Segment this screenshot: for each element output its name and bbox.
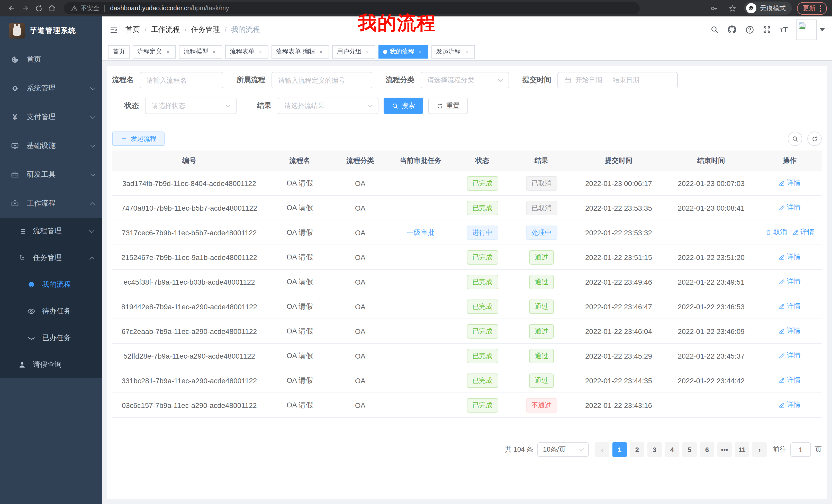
pagination-ellipsis[interactable]: ••• (717, 442, 732, 457)
process-definition-input[interactable] (271, 72, 372, 88)
sidebar-item-label: 已办任务 (42, 333, 102, 343)
sidebar-item-todo-tasks[interactable]: 待办任务 (0, 298, 102, 325)
page-button-3[interactable]: 3 (647, 442, 662, 457)
end-time-cell: 2022-01-22 23:44:42 (665, 376, 757, 385)
sidebar-item-workflow[interactable]: 工作流程 (0, 189, 102, 218)
detail-action-link[interactable]: 详情 (779, 178, 801, 188)
status-label: 状态 (125, 101, 139, 110)
detail-action-link[interactable]: 详情 (779, 376, 801, 385)
process-category-select[interactable]: 请选择流程分类 (421, 72, 509, 88)
goto-page-input[interactable] (790, 442, 811, 457)
start-process-button[interactable]: ＋ 发起流程 (112, 132, 164, 146)
result-select[interactable]: 请选择流结果 (278, 97, 379, 114)
breadcrumb-task-management[interactable]: 任务管理 (191, 25, 220, 34)
bookmark-star-icon[interactable] (726, 2, 739, 15)
result-cell: 通过 (511, 299, 572, 314)
process-name-cell: OA 请假 (266, 327, 333, 336)
key-icon[interactable] (707, 2, 721, 15)
tab-start-process[interactable]: 发起流程× (432, 45, 475, 58)
tab-close-icon[interactable]: × (318, 49, 324, 55)
page-button-6[interactable]: 6 (700, 442, 714, 457)
tab-close-icon[interactable]: × (463, 49, 470, 55)
sidebar-item-infrastructure[interactable]: 基础设施 (0, 132, 102, 160)
tab-process-model[interactable]: 流程模型× (179, 45, 222, 58)
search-button[interactable]: 搜索 (384, 97, 423, 114)
detail-action-link[interactable]: 详情 (779, 351, 801, 360)
tab-close-icon[interactable]: × (257, 49, 264, 55)
detail-action-link[interactable]: 详情 (779, 327, 801, 336)
detail-action-link[interactable]: 详情 (779, 400, 801, 410)
tab-process-form[interactable]: 流程表单× (225, 45, 268, 58)
current-task-cell: 一级审批 (387, 228, 454, 237)
detail-action-link[interactable]: 详情 (779, 277, 801, 286)
status-select[interactable]: 请选择状态 (145, 97, 237, 114)
browser-menu-icon[interactable] (820, 5, 821, 11)
refresh-button[interactable] (807, 132, 822, 146)
reset-button[interactable]: 重置 (428, 97, 468, 114)
sidebar-item-done-tasks[interactable]: 已办任务 (0, 325, 102, 352)
page-button-1[interactable]: 1 (613, 442, 627, 457)
sidebar-item-leave-query[interactable]: 请假查询 (0, 352, 102, 378)
page-size-select[interactable]: 10条/页 (537, 442, 589, 457)
tab-close-icon[interactable]: × (417, 49, 424, 55)
back-icon[interactable] (5, 2, 19, 15)
start-date-placeholder: 开始日期 (575, 76, 602, 85)
reload-icon[interactable] (32, 2, 45, 15)
edit-icon (779, 328, 785, 334)
submit-time-range-picker[interactable]: 开始日期 - 结束日期 (557, 72, 678, 88)
detail-action-link[interactable]: 详情 (792, 228, 814, 237)
show-search-button[interactable] (788, 132, 802, 146)
fullscreen-icon[interactable] (762, 25, 771, 34)
font-size-icon[interactable]: TT (780, 25, 788, 34)
app-logo[interactable]: 芋道管理系统 (0, 17, 102, 45)
next-page-button[interactable]: › (752, 442, 767, 457)
detail-action-link[interactable]: 详情 (779, 302, 801, 311)
col-category: 流程分类 (333, 156, 387, 165)
detail-action-link[interactable]: 详情 (779, 253, 801, 262)
tab-home[interactable]: 首页 (108, 45, 130, 58)
sidebar-item-process-management[interactable]: 流程管理 (0, 218, 102, 245)
result-cell: 已取消 (511, 201, 572, 215)
page-button-2[interactable]: 2 (630, 442, 644, 457)
current-task-link[interactable]: 一级审批 (407, 228, 435, 237)
collapse-sidebar-icon[interactable] (109, 25, 118, 34)
sidebar-item-label: 待办任务 (42, 307, 102, 316)
tab-close-icon[interactable]: × (211, 49, 217, 55)
address-bar[interactable]: 不安全 dashboard.yudao.iocoder.cn/bpm/task/… (64, 2, 640, 15)
tab-close-icon[interactable]: × (164, 49, 171, 55)
tab-process-definition[interactable]: 流程定义× (133, 45, 176, 58)
tab-close-icon[interactable]: × (364, 49, 371, 55)
detail-action-link[interactable]: 详情 (779, 203, 801, 213)
cancel-action-link[interactable]: 取消 (765, 228, 787, 237)
breadcrumb-workflow[interactable]: 工作流程 (151, 25, 180, 34)
sidebar-item-dev-tools[interactable]: 研发工具 (0, 160, 102, 189)
github-icon[interactable] (727, 25, 737, 34)
col-current-task: 当前审批任务 (387, 156, 454, 165)
logo-image (9, 23, 25, 38)
sidebar-item-payment-management[interactable]: ¥ 支付管理 (0, 103, 102, 132)
page-button-4[interactable]: 4 (665, 442, 679, 457)
breadcrumb-home[interactable]: 首页 (126, 25, 140, 34)
date-range-separator: - (606, 76, 608, 84)
prev-page-button[interactable]: ‹ (595, 442, 609, 457)
page-button-5[interactable]: 5 (682, 442, 697, 457)
forward-icon[interactable] (19, 2, 32, 15)
search-icon[interactable] (710, 25, 719, 34)
process-name-input[interactable] (140, 72, 223, 88)
tab-user-group[interactable]: 用户分组× (332, 45, 375, 58)
update-button[interactable]: 更新 (797, 2, 827, 15)
tab-process-form-edit[interactable]: 流程表单-编辑× (271, 45, 329, 58)
page-button-11[interactable]: 11 (735, 442, 749, 457)
filter-row-1: 流程名 所属流程 流程分类 请选择流程分类 (112, 72, 822, 88)
end-time-cell: 2022-01-23 00:07:03 (665, 179, 757, 187)
home-icon[interactable] (45, 2, 59, 15)
sidebar-item-system-management[interactable]: 系统管理 (0, 74, 102, 103)
tab-my-process[interactable]: 我的流程× (379, 45, 428, 58)
table-row: 7317cec6-7b9b-11ec-b5b7-acde48001122OA 请… (112, 220, 822, 245)
sidebar-item-home[interactable]: 首页 (0, 45, 102, 74)
status-cell: 已完成 (454, 324, 511, 338)
sidebar-item-task-management[interactable]: 任务管理 (0, 245, 102, 271)
user-menu[interactable] (796, 19, 825, 40)
sidebar-item-my-process[interactable]: 我的流程 (0, 271, 102, 298)
help-icon[interactable] (745, 25, 754, 34)
